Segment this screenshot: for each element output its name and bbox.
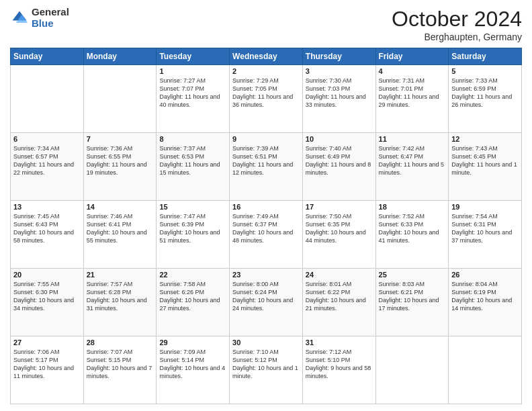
calendar-cell: 1Sunrise: 7:27 AM Sunset: 7:07 PM Daylig… (157, 65, 230, 133)
calendar-cell: 3Sunrise: 7:30 AM Sunset: 7:03 PM Daylig… (302, 65, 375, 133)
day-number: 8 (159, 135, 226, 143)
day-number: 30 (232, 338, 300, 347)
logo-icon (10, 9, 29, 28)
day-sun-info: Sunrise: 7:52 AM Sunset: 6:33 PM Dayligh… (379, 212, 446, 245)
day-sun-info: Sunrise: 7:46 AM Sunset: 6:41 PM Dayligh… (87, 212, 154, 245)
calendar-cell: 30Sunrise: 7:10 AM Sunset: 5:12 PM Dayli… (230, 336, 303, 404)
day-number: 18 (379, 203, 446, 211)
day-header-tuesday: Tuesday (157, 48, 230, 65)
day-number: 5 (451, 67, 519, 75)
day-number: 25 (379, 271, 446, 279)
calendar-cell (11, 65, 84, 133)
day-number: 7 (87, 135, 154, 143)
day-number: 15 (159, 203, 226, 211)
calendar-cell: 28Sunrise: 7:07 AM Sunset: 5:15 PM Dayli… (83, 336, 157, 404)
day-sun-info: Sunrise: 7:36 AM Sunset: 6:55 PM Dayligh… (87, 144, 154, 177)
calendar-cell: 23Sunrise: 8:00 AM Sunset: 6:24 PM Dayli… (230, 269, 303, 336)
day-sun-info: Sunrise: 8:00 AM Sunset: 6:24 PM Dayligh… (232, 280, 300, 313)
day-number: 6 (13, 135, 81, 143)
calendar-cell: 2Sunrise: 7:29 AM Sunset: 7:05 PM Daylig… (230, 65, 303, 133)
days-header-row: SundayMondayTuesdayWednesdayThursdayFrid… (11, 48, 522, 65)
day-number: 10 (306, 135, 373, 143)
calendar-cell: 22Sunrise: 7:58 AM Sunset: 6:26 PM Dayli… (157, 269, 230, 336)
day-sun-info: Sunrise: 8:01 AM Sunset: 6:22 PM Dayligh… (306, 280, 373, 313)
day-sun-info: Sunrise: 7:58 AM Sunset: 6:26 PM Dayligh… (159, 280, 226, 313)
day-number: 16 (232, 203, 300, 211)
day-number: 29 (159, 338, 226, 347)
day-header-saturday: Saturday (449, 48, 522, 65)
day-number: 3 (306, 67, 373, 75)
day-number: 31 (306, 338, 373, 347)
day-header-thursday: Thursday (302, 48, 375, 65)
day-sun-info: Sunrise: 7:09 AM Sunset: 5:14 PM Dayligh… (159, 348, 226, 381)
day-sun-info: Sunrise: 7:37 AM Sunset: 6:53 PM Dayligh… (159, 144, 226, 177)
calendar-cell: 18Sunrise: 7:52 AM Sunset: 6:33 PM Dayli… (375, 201, 449, 269)
day-header-sunday: Sunday (11, 48, 84, 65)
month-title: October 2024 (392, 7, 522, 32)
day-number: 22 (159, 271, 226, 279)
day-number: 21 (87, 271, 154, 279)
day-header-friday: Friday (375, 48, 449, 65)
calendar-cell: 7Sunrise: 7:36 AM Sunset: 6:55 PM Daylig… (83, 133, 157, 201)
week-row-2: 6Sunrise: 7:34 AM Sunset: 6:57 PM Daylig… (11, 133, 522, 201)
calendar-cell (83, 65, 157, 133)
day-sun-info: Sunrise: 7:49 AM Sunset: 6:37 PM Dayligh… (232, 212, 300, 245)
day-sun-info: Sunrise: 7:34 AM Sunset: 6:57 PM Dayligh… (13, 144, 81, 177)
calendar-cell: 20Sunrise: 7:55 AM Sunset: 6:30 PM Dayli… (11, 269, 84, 336)
calendar-cell: 24Sunrise: 8:01 AM Sunset: 6:22 PM Dayli… (302, 269, 375, 336)
calendar-cell: 4Sunrise: 7:31 AM Sunset: 7:01 PM Daylig… (375, 65, 449, 133)
day-header-wednesday: Wednesday (230, 48, 303, 65)
day-number: 11 (379, 135, 446, 143)
page: General Blue October 2024 Berghaupten, G… (0, 0, 532, 411)
calendar-cell: 16Sunrise: 7:49 AM Sunset: 6:37 PM Dayli… (230, 201, 303, 269)
day-sun-info: Sunrise: 7:47 AM Sunset: 6:39 PM Dayligh… (159, 212, 226, 245)
day-sun-info: Sunrise: 7:06 AM Sunset: 5:17 PM Dayligh… (13, 348, 81, 381)
calendar-cell: 12Sunrise: 7:43 AM Sunset: 6:45 PM Dayli… (449, 133, 522, 201)
calendar-cell: 6Sunrise: 7:34 AM Sunset: 6:57 PM Daylig… (11, 133, 84, 201)
calendar-cell: 29Sunrise: 7:09 AM Sunset: 5:14 PM Dayli… (157, 336, 230, 404)
day-number: 2 (232, 67, 300, 75)
calendar-cell (375, 336, 449, 404)
day-sun-info: Sunrise: 7:39 AM Sunset: 6:51 PM Dayligh… (232, 144, 300, 177)
day-sun-info: Sunrise: 7:27 AM Sunset: 7:07 PM Dayligh… (159, 77, 226, 109)
logo-blue-text: Blue (32, 18, 69, 30)
day-sun-info: Sunrise: 7:57 AM Sunset: 6:28 PM Dayligh… (87, 280, 154, 313)
calendar-cell: 27Sunrise: 7:06 AM Sunset: 5:17 PM Dayli… (11, 336, 84, 404)
week-row-1: 1Sunrise: 7:27 AM Sunset: 7:07 PM Daylig… (11, 65, 522, 133)
day-sun-info: Sunrise: 8:03 AM Sunset: 6:21 PM Dayligh… (379, 280, 446, 313)
day-sun-info: Sunrise: 7:30 AM Sunset: 7:03 PM Dayligh… (306, 77, 373, 109)
calendar-cell: 10Sunrise: 7:40 AM Sunset: 6:49 PM Dayli… (302, 133, 375, 201)
day-sun-info: Sunrise: 7:50 AM Sunset: 6:35 PM Dayligh… (306, 212, 373, 245)
day-sun-info: Sunrise: 7:55 AM Sunset: 6:30 PM Dayligh… (13, 280, 81, 313)
day-sun-info: Sunrise: 7:45 AM Sunset: 6:43 PM Dayligh… (13, 212, 81, 245)
title-block: October 2024 Berghaupten, Germany (392, 7, 522, 42)
day-number: 23 (232, 271, 300, 279)
day-sun-info: Sunrise: 7:40 AM Sunset: 6:49 PM Dayligh… (306, 144, 373, 177)
day-header-monday: Monday (83, 48, 157, 65)
calendar-cell: 21Sunrise: 7:57 AM Sunset: 6:28 PM Dayli… (83, 269, 157, 336)
day-number: 26 (451, 271, 519, 279)
calendar-cell: 5Sunrise: 7:33 AM Sunset: 6:59 PM Daylig… (449, 65, 522, 133)
day-number: 27 (13, 338, 81, 347)
calendar-cell: 9Sunrise: 7:39 AM Sunset: 6:51 PM Daylig… (230, 133, 303, 201)
location-title: Berghaupten, Germany (392, 32, 522, 42)
day-number: 19 (451, 203, 519, 211)
calendar-cell: 19Sunrise: 7:54 AM Sunset: 6:31 PM Dayli… (449, 201, 522, 269)
day-number: 17 (306, 203, 373, 211)
logo-general-text: General (32, 7, 69, 18)
day-sun-info: Sunrise: 8:04 AM Sunset: 6:19 PM Dayligh… (451, 280, 519, 313)
day-number: 1 (159, 67, 226, 75)
calendar-cell: 13Sunrise: 7:45 AM Sunset: 6:43 PM Dayli… (11, 201, 84, 269)
day-sun-info: Sunrise: 7:43 AM Sunset: 6:45 PM Dayligh… (451, 144, 519, 177)
day-number: 9 (232, 135, 300, 143)
logo-text: General Blue (32, 7, 69, 29)
calendar-cell (449, 336, 522, 404)
day-number: 28 (87, 338, 154, 347)
day-sun-info: Sunrise: 7:10 AM Sunset: 5:12 PM Dayligh… (232, 348, 300, 381)
logo: General Blue (10, 7, 69, 29)
day-sun-info: Sunrise: 7:29 AM Sunset: 7:05 PM Dayligh… (232, 77, 300, 109)
day-number: 12 (451, 135, 519, 143)
calendar-cell: 17Sunrise: 7:50 AM Sunset: 6:35 PM Dayli… (302, 201, 375, 269)
week-row-3: 13Sunrise: 7:45 AM Sunset: 6:43 PM Dayli… (11, 201, 522, 269)
calendar-cell: 25Sunrise: 8:03 AM Sunset: 6:21 PM Dayli… (375, 269, 449, 336)
